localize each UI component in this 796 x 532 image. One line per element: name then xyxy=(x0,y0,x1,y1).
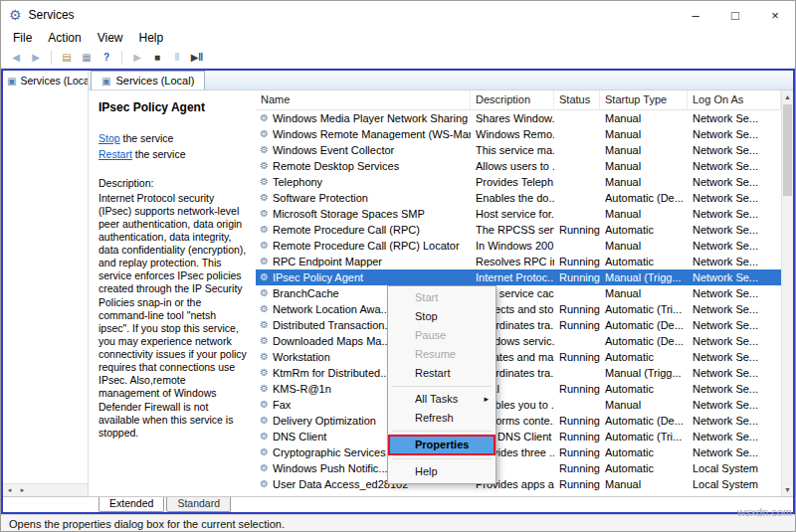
service-gear-icon: ⚙ xyxy=(260,190,269,206)
service-startup-type: Manual xyxy=(600,142,688,158)
service-gear-icon: ⚙ xyxy=(260,413,269,429)
table-row[interactable]: ⚙Remote Desktop ServicesAllows users to … xyxy=(256,158,781,174)
service-logon-as: Network Se... xyxy=(688,110,781,126)
table-row[interactable]: ⚙Microsoft Storage Spaces SMPHost servic… xyxy=(256,206,781,222)
table-row[interactable]: ⚙Cryptographic ServicesProvides three ..… xyxy=(256,444,781,460)
context-menu-refresh[interactable]: Refresh xyxy=(388,409,496,428)
help-icon[interactable]: ? xyxy=(98,49,115,67)
service-status: Running xyxy=(554,254,600,269)
service-name-cell: ⚙Windows Media Player Network Sharing S.… xyxy=(256,110,471,126)
scroll-left-icon[interactable]: ◂ xyxy=(3,484,16,496)
table-row[interactable]: ⚙User Data Access_ed28102Provides apps a… xyxy=(256,476,781,492)
context-menu-properties[interactable]: Properties xyxy=(388,435,496,455)
table-row[interactable]: ⚙BranchCacheThis service cac...ManualNet… xyxy=(256,285,781,301)
stop-service-icon[interactable]: ■ xyxy=(148,49,166,67)
context-menu-restart[interactable]: Restart xyxy=(388,364,496,383)
table-row[interactable]: ⚙Windows Push Notific...RunningAutomatic… xyxy=(256,460,781,476)
restart-service-icon[interactable]: ▶‖ xyxy=(188,49,206,67)
start-service-icon[interactable]: ▶ xyxy=(128,49,146,67)
column-header-startup-type[interactable]: Startup Type xyxy=(600,90,688,109)
service-description: In Windows 200... xyxy=(471,238,554,254)
table-row[interactable]: ⚙KMS-R@1nFinalRunningAutomaticNetwork Se… xyxy=(256,381,781,397)
context-menu-label: All Tasks xyxy=(415,393,458,405)
service-name: Windows Event Collector xyxy=(273,142,394,158)
context-menu: StartStopPauseResumeRestartAll Tasks▸Ref… xyxy=(387,285,497,484)
table-row[interactable]: ⚙Network Location Awa...Collects and sto… xyxy=(256,301,781,317)
service-status xyxy=(554,158,600,174)
table-row[interactable]: ⚙Distributed Transaction...Coordinates t… xyxy=(256,317,781,333)
table-row[interactable]: ⚙DNS ClientThe DNS Client ...RunningAuto… xyxy=(256,429,781,444)
context-menu-pause[interactable]: Pause xyxy=(388,326,496,345)
table-row[interactable]: ⚙FaxEnables you to ...ManualNetwork Se..… xyxy=(256,397,781,413)
console-window-icon[interactable]: ▤ xyxy=(58,49,76,67)
menu-action[interactable]: Action xyxy=(40,31,89,45)
service-startup-type: Automatic xyxy=(600,460,688,476)
service-logon-as: Local System xyxy=(688,476,781,492)
back-icon[interactable]: ◀ xyxy=(7,49,25,67)
context-menu-start[interactable]: Start xyxy=(388,288,496,307)
tab-extended[interactable]: Extended xyxy=(99,497,164,512)
tab-standard[interactable]: Standard xyxy=(166,497,231,512)
table-row[interactable]: ⚙Downloaded Maps Ma...Windows servic...A… xyxy=(256,333,781,349)
service-logon-as: Network Se... xyxy=(688,222,781,238)
table-row[interactable]: ⚙Remote Procedure Call (RPC)The RPCSS se… xyxy=(256,222,781,238)
service-name-cell: ⚙Remote Procedure Call (RPC) xyxy=(256,222,471,238)
context-menu-all-tasks[interactable]: All Tasks▸ xyxy=(388,390,496,409)
scroll-right-icon[interactable]: ▸ xyxy=(16,484,29,496)
table-row[interactable]: ⚙KtmRm for Distributed...Coordinates tra… xyxy=(256,365,781,381)
service-description: Internet Protoc... xyxy=(471,269,554,285)
forward-icon[interactable]: ▶ xyxy=(27,49,45,67)
column-header-status[interactable]: Status xyxy=(554,90,600,109)
table-row[interactable]: ⚙Remote Procedure Call (RPC) LocatorIn W… xyxy=(256,238,781,254)
context-menu-label: Help xyxy=(415,465,438,477)
export-list-icon[interactable]: ▦ xyxy=(78,49,96,67)
close-button[interactable]: × xyxy=(755,1,795,29)
scrollbar-thumb[interactable] xyxy=(783,104,792,196)
restart-service-link[interactable]: Restart xyxy=(99,148,132,160)
service-logon-as: Network Se... xyxy=(688,254,781,269)
service-gear-icon: ⚙ xyxy=(260,429,269,444)
service-startup-type: Manual (Trigg... xyxy=(600,365,688,381)
tree-item-label: Services (Local) xyxy=(20,75,88,87)
menu-view[interactable]: View xyxy=(90,31,131,45)
table-row[interactable]: ⚙WorkstationCreates and ma...RunningAuto… xyxy=(256,349,781,365)
service-gear-icon: ⚙ xyxy=(260,254,269,269)
table-row[interactable]: ⚙Windows Remote Management (WS-Mana...Wi… xyxy=(256,126,781,142)
maximize-button[interactable]: □ xyxy=(715,1,755,29)
table-row[interactable]: ⚙Delivery OptimizationPerforms conte...R… xyxy=(256,413,781,429)
minimize-button[interactable]: – xyxy=(676,1,715,29)
service-startup-type: Automatic (Tri... xyxy=(600,301,688,317)
column-header-description[interactable]: Description xyxy=(471,90,554,109)
pause-service-icon[interactable]: ‖ xyxy=(168,49,186,67)
context-menu-resume[interactable]: Resume xyxy=(388,345,496,364)
console-node-icon: ▣ xyxy=(7,76,16,87)
stop-service-link[interactable]: Stop xyxy=(99,132,120,144)
content-tab-services-local[interactable]: ▣ Services (Local) xyxy=(91,71,205,89)
column-header-name[interactable]: Name xyxy=(256,90,471,109)
table-row[interactable]: ⚙Windows Media Player Network Sharing S.… xyxy=(256,110,781,126)
menu-file[interactable]: File xyxy=(5,31,40,45)
service-name: Fax xyxy=(273,397,291,413)
service-gear-icon: ⚙ xyxy=(260,317,269,333)
table-row[interactable]: ⚙Windows Event CollectorThis service ma.… xyxy=(256,142,781,158)
menu-help[interactable]: Help xyxy=(131,31,172,45)
scroll-up-icon[interactable]: ▲ xyxy=(782,90,793,103)
table-row[interactable]: ⚙TelephonyProvides Teleph...ManualNetwor… xyxy=(256,174,781,190)
scroll-down-icon[interactable]: ▼ xyxy=(782,483,793,496)
service-name: Windows Push Notific... xyxy=(273,460,388,476)
context-menu-label: Restart xyxy=(415,367,450,379)
table-row[interactable]: ⚙Software ProtectionEnables the do...Aut… xyxy=(256,190,781,206)
service-name-cell: ⚙Windows Remote Management (WS-Mana... xyxy=(256,126,471,142)
service-status xyxy=(554,206,600,222)
service-startup-type: Manual xyxy=(600,397,688,413)
context-menu-help[interactable]: Help xyxy=(388,462,496,481)
table-row[interactable]: ⚙RPC Endpoint MapperResolves RPC in...Ru… xyxy=(256,254,781,269)
service-status xyxy=(554,397,600,413)
column-header-log-on-as[interactable]: Log On As xyxy=(688,90,781,109)
table-row[interactable]: ⚙IPsec Policy AgentInternet Protoc...Run… xyxy=(256,269,781,285)
service-startup-type: Manual xyxy=(600,206,688,222)
tree-item-services-local[interactable]: ▣ Services (Local) xyxy=(3,71,88,89)
vertical-scrollbar[interactable]: ▲ ▼ xyxy=(781,90,793,496)
context-menu-stop[interactable]: Stop xyxy=(388,307,496,326)
tree-horizontal-scrollbar[interactable]: ◂ ▸ xyxy=(3,483,88,496)
